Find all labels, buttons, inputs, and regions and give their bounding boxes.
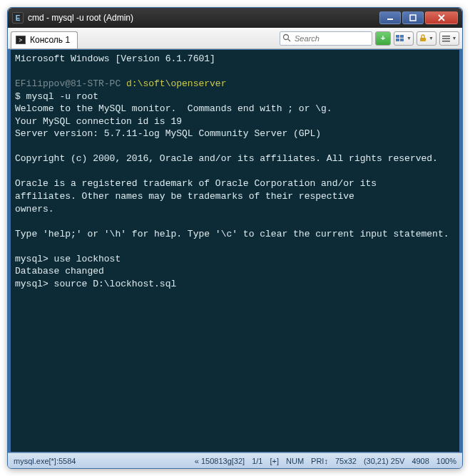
text-line: Your MySQL connection id is 19 [15,116,182,127]
chevron-down-icon: ▼ [452,36,457,41]
text-line: Type 'help;' or '\h' for help. Type '\c'… [15,229,449,239]
text-line: owners. [15,204,54,214]
window-controls [379,11,458,24]
windows-icon [396,35,404,42]
app-icon: E [12,12,24,24]
prompt-symbol: $ [15,91,26,102]
command-text: mysql -u root [26,91,98,102]
mysql-prompt: mysql> [15,279,54,289]
bars-icon [442,35,450,42]
status-position: 1/1 [252,457,262,465]
status-process: mysql.exe[*]:5584 [14,457,76,465]
text-line: Database changed [15,266,104,276]
command-text: use lockhost [54,254,121,264]
status-mem: 4908 [412,457,429,465]
windows-menu-button[interactable]: ▼ [394,31,414,46]
lock-icon [419,34,426,42]
svg-rect-7 [400,38,404,41]
status-coord: (30,21) 25V [364,457,404,465]
minimize-button[interactable] [379,11,401,24]
bars-menu-button[interactable]: ▼ [439,31,459,46]
mysql-prompt: mysql> [15,254,54,264]
status-num: NUM [286,457,304,465]
tab-label: Консоль 1 [30,35,70,45]
status-encoding: « 150813g[32] [195,457,245,465]
search-wrapper [280,31,372,46]
svg-rect-11 [442,41,450,42]
svg-rect-8 [420,38,426,41]
titlebar[interactable]: E cmd - mysql -u root (Admin) [8,8,462,28]
svg-rect-1 [410,15,416,21]
statusbar: mysql.exe[*]:5584 « 150813g[32] 1/1 [+] … [8,452,462,468]
status-pri: PRI↕ [311,457,328,465]
tab-console[interactable]: Консоль 1 [11,31,78,48]
search-input[interactable] [280,31,372,46]
svg-rect-6 [396,38,399,41]
svg-rect-4 [396,35,399,38]
status-size: 75x32 [335,457,357,465]
lock-menu-button[interactable]: ▼ [417,31,436,46]
search-icon [282,33,291,42]
close-icon [438,14,445,21]
close-button[interactable] [425,11,458,24]
svg-line-3 [288,39,290,41]
new-tab-button[interactable]: + [375,31,391,46]
app-window: E cmd - mysql -u root (Admin) Консоль 1 [7,7,463,469]
command-text: source D:\lockhost.sql [54,279,177,289]
text-line: Welcome to the MySQL monitor. Commands e… [15,103,332,114]
text-line: Server version: 5.7.11-log MySQL Communi… [15,128,321,139]
svg-rect-10 [442,38,450,39]
toolbar: Консоль 1 + ▼ ▼ [8,28,462,49]
chevron-down-icon: ▼ [407,36,412,41]
window-title: cmd - mysql -u root (Admin) [28,13,379,23]
chevron-down-icon: ▼ [429,36,434,41]
text-line: Microsoft Windows [Version 6.1.7601] [15,53,215,64]
prompt-user: EFilippov@81-STR-PC [15,78,121,89]
text-line: Oracle is a registered trademark of Orac… [15,178,377,189]
console-icon [16,36,26,44]
terminal-output[interactable]: Microsoft Windows [Version 6.1.7601] EFi… [8,49,462,452]
svg-point-2 [284,34,289,39]
text-line: affiliates. Other names may be trademark… [15,191,354,202]
plus-icon: + [381,34,385,42]
maximize-button[interactable] [402,11,424,24]
status-zoom: 100% [436,457,456,465]
text-line: Copyright (c) 2000, 2016, Oracle and/or … [15,153,438,164]
prompt-cwd: d:\soft\openserver [126,78,226,89]
svg-rect-0 [387,19,393,20]
status-plus: [+] [270,457,279,465]
maximize-icon [409,14,417,21]
svg-rect-5 [400,35,404,38]
minimize-icon [387,14,394,21]
svg-rect-9 [442,36,450,37]
